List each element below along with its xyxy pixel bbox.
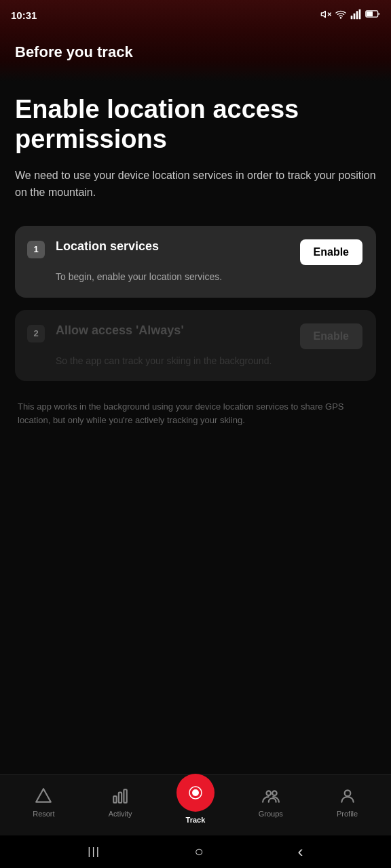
android-home-button[interactable]: ○ [195, 843, 204, 861]
svg-rect-8 [367, 12, 373, 17]
nav-label-groups: Groups [259, 810, 283, 818]
svg-point-15 [266, 791, 271, 795]
svg-rect-10 [113, 796, 116, 803]
status-icons [320, 9, 380, 22]
resort-icon [34, 787, 53, 806]
svg-rect-12 [124, 789, 127, 803]
status-bar: 10:31 [0, 0, 391, 30]
step-1-title: Location services [56, 239, 292, 254]
svg-point-2 [340, 17, 341, 18]
nav-label-activity: Activity [109, 810, 132, 818]
nav-item-resort[interactable]: Resort [23, 787, 64, 818]
step-2-description: So the app can track your skiing in the … [56, 355, 362, 368]
svg-rect-6 [359, 9, 361, 19]
step-2-header: Allow access 'Always' Enable [56, 323, 362, 349]
status-time: 10:31 [11, 9, 37, 21]
wifi-icon [335, 9, 346, 22]
main-heading: Enable location access permissions [15, 95, 376, 154]
header: Before you track [0, 30, 391, 81]
svg-rect-11 [119, 792, 122, 802]
signal-icon [350, 9, 361, 22]
enable-always-button: Enable [300, 323, 362, 349]
nav-label-profile: Profile [337, 810, 358, 818]
nav-label-track: Track [186, 816, 206, 824]
step-1-description: To begin, enable your location services. [56, 271, 362, 284]
svg-rect-5 [356, 11, 358, 19]
svg-marker-9 [37, 789, 52, 802]
android-nav: ||| ○ ‹ [0, 835, 391, 868]
svg-point-17 [344, 790, 350, 796]
mute-icon [320, 9, 331, 22]
step-card-2: 2 Allow access 'Always' Enable So the ap… [15, 310, 376, 382]
android-recent-button[interactable]: ||| [88, 846, 100, 858]
nav-item-track[interactable]: Track [176, 781, 215, 824]
footer-note: This app works in the background using y… [15, 400, 376, 427]
nav-item-groups[interactable]: Groups [250, 787, 291, 818]
bottom-nav: Resort Activity Track [0, 774, 391, 835]
svg-rect-4 [354, 13, 356, 19]
main-content: Enable location access permissions We ne… [0, 81, 391, 774]
activity-icon [111, 787, 130, 806]
groups-icon [261, 787, 280, 806]
step-card-1: 1 Location services Enable To begin, ena… [15, 226, 376, 298]
nav-label-resort: Resort [33, 810, 54, 818]
profile-icon [338, 787, 357, 806]
android-back-button[interactable]: ‹ [298, 842, 303, 861]
main-description: We need to use your device location serv… [15, 167, 376, 201]
step-1-header: Location services Enable [56, 239, 362, 265]
page-title: Before you track [15, 43, 376, 61]
svg-point-16 [272, 791, 277, 795]
nav-item-profile[interactable]: Profile [327, 787, 368, 818]
enable-location-button[interactable]: Enable [300, 239, 362, 265]
battery-icon [365, 9, 380, 20]
track-button[interactable] [176, 774, 215, 812]
step-2-title: Allow access 'Always' [56, 323, 292, 338]
nav-item-activity[interactable]: Activity [100, 787, 141, 818]
step-number-2: 2 [27, 325, 45, 342]
svg-rect-3 [351, 16, 353, 19]
svg-point-13 [192, 789, 199, 796]
step-number-1: 1 [27, 241, 45, 258]
